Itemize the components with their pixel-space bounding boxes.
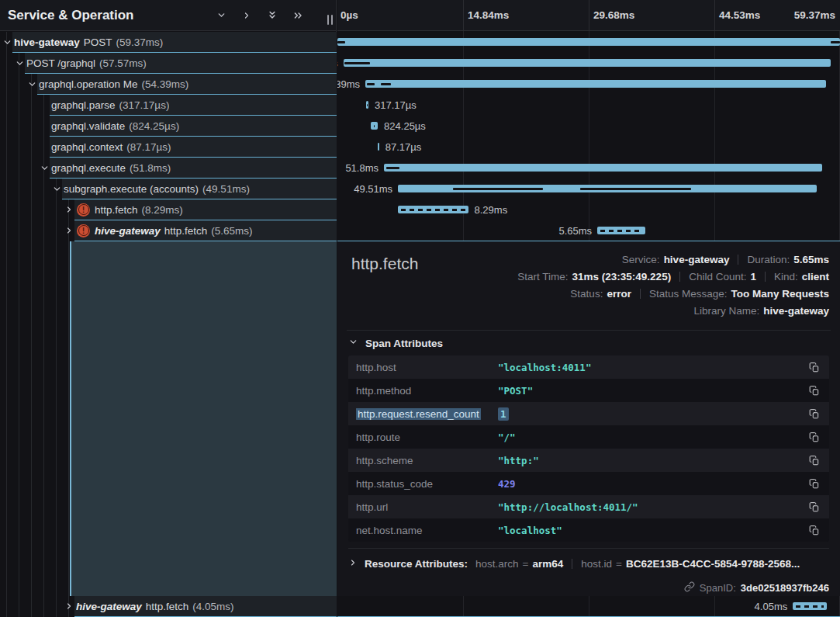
service-name: hive-gateway (76, 601, 142, 612)
span-row[interactable]: !hive-gatewayhttp.fetch(5.65ms) (74, 220, 337, 241)
chevron-right-icon[interactable] (240, 9, 254, 23)
chevron-down-icon[interactable] (26, 74, 37, 95)
attribute-key: http.url (356, 501, 498, 513)
operation-name: http.fetch (95, 204, 138, 216)
resource-attributes-row[interactable]: Resource Attributes: host.arch=arm64host… (348, 548, 829, 575)
timeline-pane: 0µs14.84ms29.68ms44.53ms59.37ms 57.57ms5… (337, 0, 840, 617)
span-row-label: graphql.context(87.17µs) (51, 141, 171, 153)
chevron-right-icon[interactable] (64, 596, 74, 617)
meta-line: Start Time:31ms (23:35:49.225)Child Coun… (517, 268, 829, 285)
copy-icon[interactable] (807, 360, 821, 374)
bar-duration-label: 49.51ms (354, 179, 392, 199)
attribute-row: http.method"POST" (348, 379, 829, 402)
copy-icon[interactable] (807, 500, 821, 514)
span-duration-bar[interactable] (337, 38, 840, 46)
pane-resize-handle[interactable] (327, 15, 333, 25)
span-row[interactable]: POST /graphql(57.57ms) (25, 53, 337, 74)
chevron-right-icon[interactable] (64, 199, 74, 220)
chevron-down-icon[interactable] (2, 32, 12, 53)
span-duration-label: (824.25µs) (129, 120, 179, 132)
span-duration-bar[interactable] (378, 143, 379, 151)
copy-icon[interactable] (807, 407, 821, 421)
chevron-down-icon (348, 337, 358, 349)
meta-value: hive-gateway (664, 254, 730, 265)
span-duration-bar[interactable] (398, 206, 468, 213)
span-details-panel: http.fetch Service:hive-gatewayDuration:… (337, 241, 840, 596)
copy-icon[interactable] (807, 477, 821, 490)
span-row-label: graphql.validate(824.25µs) (51, 120, 179, 132)
equals-sign: = (616, 558, 622, 570)
span-duration-bar[interactable] (793, 602, 827, 610)
span-duration-bar[interactable] (366, 101, 368, 109)
span-duration-label: (57.57ms) (99, 57, 147, 69)
span-duration-bar[interactable] (371, 122, 378, 130)
attribute-key: http.method (356, 385, 498, 397)
attribute-key: http.host (356, 362, 498, 373)
span-duration-bar[interactable] (384, 164, 822, 172)
resource-value: arm64 (532, 558, 563, 570)
attribute-key: http.route (356, 432, 498, 443)
bar-duration-label: 824.25µs (384, 116, 426, 137)
meta-value: client (802, 271, 829, 283)
double-chevron-right-icon[interactable] (291, 9, 305, 23)
span-duration-bar[interactable] (365, 80, 826, 88)
span-tree-pane: Service & Operation hive-gatewayPOST(59.… (0, 0, 337, 617)
chevron-down-icon[interactable] (214, 9, 228, 23)
span-duration-bar[interactable] (344, 59, 831, 67)
timeline-row: 49.51ms (337, 179, 840, 199)
attribute-row: http.url"http://localhost:4011/" (348, 495, 829, 518)
bar-duration-label: 8.29ms (475, 199, 508, 220)
attribute-value: 1 (498, 407, 509, 421)
chevron-right-icon[interactable] (64, 220, 74, 241)
attribute-row: http.scheme"http:" (348, 449, 829, 472)
ruler-tick: 14.84ms (468, 0, 509, 31)
span-attributes-header[interactable]: Span Attributes (348, 331, 829, 355)
resource-key: host.arch (475, 558, 519, 570)
tree-header-controls (214, 9, 305, 23)
timeline-row: 4.05ms (337, 596, 840, 617)
bar-duration-label: 4.05ms (755, 596, 788, 617)
copy-icon[interactable] (807, 523, 821, 537)
span-row[interactable]: graphql.execute(51.8ms) (50, 158, 337, 179)
attribute-value: "localhost:4011" (498, 362, 591, 373)
span-row[interactable]: graphql.parse(317.17µs) (50, 95, 337, 116)
resource-attributes-title: Resource Attributes: (365, 558, 468, 570)
copy-icon[interactable] (807, 453, 821, 467)
equals-sign: = (523, 558, 529, 570)
double-chevron-down-icon[interactable] (265, 9, 279, 23)
timeline-rows: 57.57ms54.39ms317.17µs824.25µs87.17µs51.… (337, 32, 840, 241)
meta-label: Duration: (747, 254, 790, 265)
chevron-down-icon[interactable] (14, 53, 25, 74)
meta-value: Too Many Requests (731, 288, 829, 300)
link-icon[interactable] (684, 581, 695, 594)
copy-icon[interactable] (807, 430, 821, 444)
span-duration-bar[interactable] (597, 227, 645, 234)
span-row[interactable]: hive-gatewayhttp.fetch(4.05ms) (74, 596, 337, 617)
operation-name: graphql.execute (51, 162, 126, 174)
attribute-value: "http://localhost:4011/" (498, 501, 638, 513)
meta-value: 1 (750, 271, 756, 283)
span-row[interactable]: graphql.validate(824.25µs) (50, 116, 337, 137)
span-row[interactable]: subgraph.execute (accounts)(49.51ms) (62, 179, 337, 199)
ruler-tick: 29.68ms (593, 0, 634, 31)
chevron-down-icon[interactable] (39, 158, 50, 179)
span-row[interactable]: hive-gatewayPOST(59.37ms) (12, 32, 337, 53)
span-row-label: graphql.execute(51.8ms) (51, 162, 171, 174)
attribute-key: http.status_code (356, 478, 498, 490)
span-row[interactable]: graphql.operation Me(54.39ms) (37, 74, 337, 95)
span-row[interactable]: graphql.context(87.17µs) (50, 137, 337, 158)
attribute-row: http.host"localhost:4011" (348, 355, 829, 379)
span-duration-label: (87.17µs) (126, 141, 171, 153)
span-id-value: 3de02518937fb246 (741, 582, 829, 594)
copy-icon[interactable] (807, 383, 821, 397)
span-attributes-title: Span Attributes (365, 338, 443, 349)
span-duration-bar[interactable] (398, 185, 817, 192)
meta-value: 31ms (23:35:49.225) (572, 271, 672, 283)
operation-name: POST (84, 36, 112, 48)
ruler-tick: 0µs (340, 0, 358, 31)
attribute-value: "/" (498, 432, 516, 443)
span-meta: Service:hive-gatewayDuration:5.65msStart… (348, 251, 829, 319)
span-row[interactable]: !http.fetch(8.29ms) (74, 199, 337, 220)
chevron-down-icon[interactable] (51, 179, 62, 199)
attribute-value: "http:" (498, 455, 539, 466)
